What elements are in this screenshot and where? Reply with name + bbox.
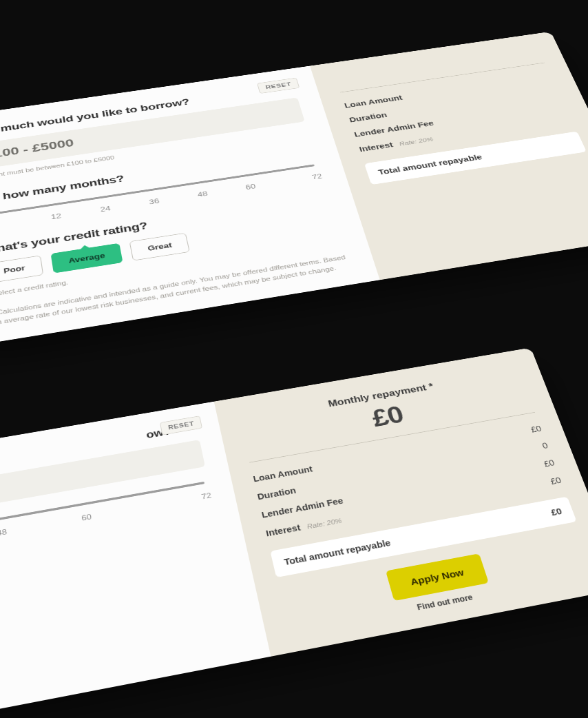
rating-question: What's your credit rating?	[0, 192, 330, 256]
summary-panel-peek: Loan Amount Duration Lender Admin Fee In…	[310, 32, 588, 280]
total-label: Total amount repayable	[283, 538, 392, 567]
calculation-disclaimer: * Calculations are indicative and intend…	[0, 252, 351, 327]
rating-option-poor[interactable]: Poor	[0, 255, 43, 283]
tick-36: 36	[129, 194, 179, 209]
tick-72: 72	[273, 172, 323, 187]
rating-hint: *Select a credit rating.	[0, 234, 343, 298]
tick-60: 60	[226, 179, 275, 194]
rating-question-2: g?	[0, 514, 218, 589]
duration-label: Duration	[348, 111, 388, 123]
rating-option-average[interactable]: Average	[50, 243, 123, 273]
loan-amount-value: £0	[529, 424, 543, 434]
rating-option-great[interactable]: Great	[129, 232, 190, 260]
duration-ticks: 0 12 24 36 48 60 72	[0, 172, 323, 232]
calculator-form: RESET How much would you like to borrow?…	[0, 66, 380, 347]
interest-rate-note: Rate: 20%	[399, 136, 434, 147]
total-value: £0	[549, 506, 563, 517]
duration-value: 0	[541, 441, 549, 451]
tick-48: 48	[178, 187, 228, 201]
tick2-48: 48	[0, 520, 45, 544]
interest-value: £0	[549, 475, 562, 486]
admin-fee-value: £0	[543, 458, 556, 469]
tick-0: 0	[0, 216, 32, 231]
tick-12: 12	[31, 209, 82, 224]
interest-rate-note-2: Rate: 20%	[306, 517, 343, 530]
find-out-more-link[interactable]: Find out more	[416, 593, 474, 612]
tick-24: 24	[80, 201, 130, 216]
summary-panel: Monthly repayment * £0 Loan Amount £0 Du…	[214, 348, 588, 657]
disclaimer-tail: terms.	[0, 565, 228, 640]
apply-now-button[interactable]: Apply Now	[386, 553, 488, 601]
